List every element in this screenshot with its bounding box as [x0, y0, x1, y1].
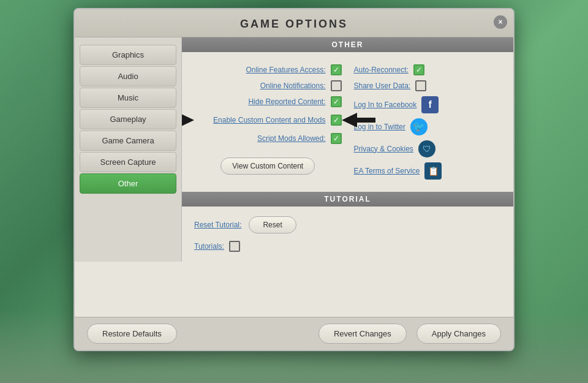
close-button[interactable]: ×: [494, 15, 507, 29]
facebook-icon[interactable]: f: [421, 96, 439, 113]
online-features-label[interactable]: Online Features Access:: [246, 66, 325, 74]
option-row-hide-reported: Hide Reported Content: ✓: [194, 94, 342, 110]
auto-reconnect-checkbox[interactable]: ✓: [413, 64, 424, 75]
modal-title-bar: Game Options ×: [75, 9, 513, 37]
hide-reported-label[interactable]: Hide Reported Content:: [248, 97, 325, 106]
reset-tutorial-label[interactable]: Reset Tutorial:: [194, 221, 241, 229]
terms-doc-icon[interactable]: 📋: [424, 162, 442, 180]
bottom-bar: Restore Defaults Revert Changes Apply Ch…: [75, 317, 513, 350]
view-custom-content-button[interactable]: View Custom Content: [221, 157, 315, 175]
tutorial-section-header: Tutorial: [182, 192, 513, 207]
option-row-twitter: Log in to Twitter 🐦: [354, 116, 502, 138]
left-arrow-icon: [182, 112, 194, 129]
share-user-data-checkbox[interactable]: [415, 80, 426, 91]
sidebar: Graphics Audio Music Gameplay Game Camer…: [75, 37, 182, 262]
sidebar-item-graphics[interactable]: Graphics: [80, 45, 176, 65]
left-column: Online Features Access: ✓ Online Notific…: [194, 62, 342, 182]
arrow-right-annotation: [342, 112, 375, 129]
right-column: Auto-Reconnect: ✓ Share User Data: Log I…: [354, 62, 502, 182]
option-row-script-mods: Script Mods Allowed: ✓: [194, 131, 342, 146]
share-user-data-label[interactable]: Share User Data:: [354, 82, 411, 90]
script-mods-checkbox[interactable]: ✓: [331, 133, 342, 144]
sidebar-item-game-camera[interactable]: Game Camera: [80, 131, 176, 151]
game-options-modal: Game Options × Graphics Audio Music Game…: [74, 8, 514, 351]
sidebar-item-gameplay[interactable]: Gameplay: [80, 109, 176, 129]
content-area: Other Online Features Access: ✓: [182, 37, 513, 262]
tutorial-section-body: Reset Tutorial: Reset Tutorials:: [182, 207, 513, 262]
revert-changes-button[interactable]: Revert Changes: [318, 324, 407, 344]
option-row-enable-custom: Enable Custom Content and Mods ✓: [194, 112, 342, 128]
auto-reconnect-label[interactable]: Auto-Reconnect:: [354, 66, 409, 74]
svg-marker-0: [182, 113, 194, 127]
facebook-label[interactable]: Log In to Facebook: [354, 100, 417, 109]
arrow-left-annotation: [182, 112, 194, 129]
option-row-online-notifications: Online Notifications:: [194, 78, 342, 94]
sidebar-item-other[interactable]: Other: [80, 173, 176, 194]
online-notifications-checkbox[interactable]: [331, 80, 342, 91]
option-row-terms: EA Terms of Service 📋: [354, 160, 502, 182]
reset-tutorial-row: Reset Tutorial: Reset: [194, 216, 501, 233]
apply-changes-button[interactable]: Apply Changes: [417, 324, 501, 344]
terms-label[interactable]: EA Terms of Service: [354, 167, 420, 175]
option-row-share-user-data: Share User Data:: [354, 78, 502, 94]
tutorials-label[interactable]: Tutorials:: [194, 242, 224, 251]
privacy-shield-icon[interactable]: 🛡: [418, 140, 435, 157]
option-row-online-features: Online Features Access: ✓: [194, 62, 342, 78]
script-mods-label[interactable]: Script Mods Allowed:: [257, 134, 325, 143]
twitter-icon[interactable]: 🐦: [410, 118, 428, 135]
modal-title: Game Options: [240, 18, 348, 30]
sidebar-item-music[interactable]: Music: [80, 88, 176, 108]
option-row-auto-reconnect: Auto-Reconnect: ✓: [354, 62, 502, 78]
right-arrow-icon: [342, 112, 375, 129]
enable-custom-checkbox[interactable]: ✓: [331, 115, 342, 126]
modal-body: Graphics Audio Music Gameplay Game Camer…: [75, 37, 513, 262]
sidebar-item-audio[interactable]: Audio: [80, 66, 176, 86]
reset-button[interactable]: Reset: [249, 216, 296, 233]
tutorials-checkbox[interactable]: [229, 241, 240, 252]
modal-overlay: Game Options × Graphics Audio Music Game…: [0, 0, 588, 383]
bottom-center-buttons: Revert Changes Apply Changes: [318, 324, 501, 344]
online-features-checkbox[interactable]: ✓: [331, 64, 342, 75]
view-custom-content-container: View Custom Content: [194, 153, 342, 175]
svg-marker-1: [342, 113, 375, 127]
hide-reported-checkbox[interactable]: ✓: [331, 96, 342, 107]
other-section-body: Online Features Access: ✓ Online Notific…: [182, 52, 513, 192]
online-notifications-label[interactable]: Online Notifications:: [260, 82, 326, 90]
other-section-header: Other: [182, 37, 513, 52]
enable-custom-label[interactable]: Enable Custom Content and Mods: [213, 116, 325, 124]
option-row-facebook: Log In to Facebook f: [354, 94, 502, 116]
sidebar-item-screen-capture[interactable]: Screen Capture: [80, 152, 176, 172]
tutorials-row: Tutorials:: [194, 241, 501, 252]
options-grid: Online Features Access: ✓ Online Notific…: [194, 62, 501, 182]
restore-defaults-button[interactable]: Restore Defaults: [87, 324, 177, 344]
privacy-label[interactable]: Privacy & Cookies: [354, 145, 413, 153]
option-row-privacy: Privacy & Cookies 🛡: [354, 138, 502, 160]
